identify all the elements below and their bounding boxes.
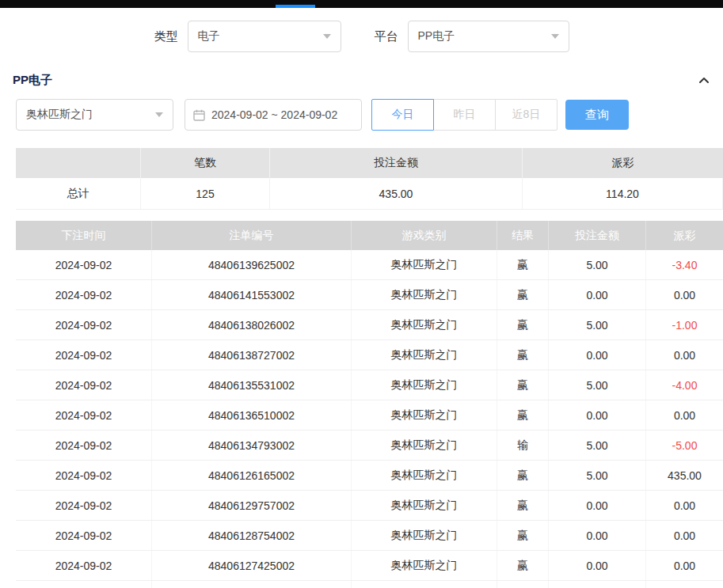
calendar-icon [193, 109, 205, 121]
search-button[interactable]: 查询 [565, 100, 629, 130]
column-header: 投注金额 [549, 221, 646, 250]
result-cell: 赢 [497, 400, 549, 430]
table-row: 2024-09-0248406138727002奥林匹斯之门赢0.000.00 [16, 340, 723, 370]
collapse-icon[interactable] [698, 74, 710, 87]
order-number-cell: 48406125316002 [152, 581, 352, 588]
game-name-cell: 奥林匹斯之门 [352, 491, 497, 520]
summary-total-label: 总计 [16, 178, 141, 209]
order-number-cell: 48406138727002 [152, 340, 352, 370]
table-row: 2024-09-0248406127425002奥林匹斯之门赢0.000.00 [16, 551, 723, 581]
type-select[interactable]: 电子 [188, 21, 341, 52]
summary-header-cell: 派彩 [523, 148, 723, 178]
result-cell: 赢 [497, 340, 549, 370]
payout-cell: -5.00 [646, 431, 723, 460]
summary-header-cell: 投注金额 [270, 148, 523, 178]
table-row: 2024-09-0248406141553002奥林匹斯之门赢0.000.00 [16, 280, 723, 310]
bet-date-cell: 2024-09-02 [16, 551, 152, 580]
column-header: 结果 [497, 221, 549, 250]
bet-amount-cell: 5.00 [549, 250, 646, 279]
bet-amount-cell: 5.00 [549, 310, 646, 340]
top-navbar [0, 0, 723, 8]
payout-cell: -4.00 [646, 370, 723, 400]
payout-cell: 0.00 [646, 280, 723, 309]
summary-header-cell [16, 148, 141, 178]
result-cell: 赢 [497, 461, 549, 490]
bet-amount-cell: 5.00 [549, 581, 646, 588]
platform-select[interactable]: PP电子 [408, 21, 569, 52]
quick-filter-button[interactable]: 今日 [371, 99, 434, 131]
bet-amount-cell: 0.00 [549, 400, 646, 430]
payout-cell: -1.00 [646, 310, 723, 340]
game-select-value: 奥林匹斯之门 [26, 108, 93, 122]
summary-value-cell: 114.20 [523, 178, 723, 209]
column-header: 派彩 [646, 221, 723, 250]
chevron-down-icon [323, 34, 331, 39]
bet-amount-cell: 0.00 [549, 340, 646, 370]
chevron-down-icon [551, 34, 559, 39]
order-number-cell: 48406141553002 [152, 280, 352, 309]
bets-table-body: 2024-09-0248406139625002奥林匹斯之门赢5.00-3.40… [16, 250, 723, 588]
game-name-cell: 奥林匹斯之门 [352, 431, 497, 460]
bet-amount-cell: 0.00 [549, 280, 646, 309]
payout-cell: -3.40 [646, 250, 723, 279]
order-number-cell: 48406139625002 [152, 250, 352, 279]
platform-select-value: PP电子 [418, 29, 455, 44]
order-number-cell: 48406136510002 [152, 400, 352, 430]
summary-value-cell: 435.00 [270, 178, 523, 209]
bet-date-cell: 2024-09-02 [16, 370, 152, 400]
game-name-cell: 奥林匹斯之门 [352, 551, 497, 580]
order-number-cell: 48406129757002 [152, 491, 352, 520]
table-row: 2024-09-0248406134793002奥林匹斯之门输5.00-5.00 [16, 431, 723, 461]
column-header: 游戏类别 [352, 221, 497, 250]
bet-date-cell: 2024-09-02 [16, 521, 152, 550]
game-select[interactable]: 奥林匹斯之门 [16, 99, 173, 131]
result-cell: 输 [497, 431, 549, 460]
summary-header-cell: 笔数 [141, 148, 270, 178]
table-row: 2024-09-0248406138026002奥林匹斯之门赢5.00-1.00 [16, 310, 723, 340]
quick-filter-button[interactable]: 昨日 [433, 99, 496, 131]
section-header: PP电子 [0, 63, 723, 99]
order-number-cell: 48406138026002 [152, 310, 352, 340]
summary-total-row: 总计125435.00114.20 [16, 178, 723, 210]
date-range-input[interactable]: 2024-09-02 ~ 2024-09-02 [185, 99, 362, 131]
payout-cell: 0.00 [646, 340, 723, 370]
result-cell: 赢 [497, 280, 549, 309]
result-cell: 赢 [497, 491, 549, 520]
section-title: PP电子 [13, 73, 52, 88]
game-name-cell: 奥林匹斯之门 [352, 461, 497, 490]
bet-amount-cell: 0.00 [549, 551, 646, 580]
result-cell: 赢 [497, 551, 549, 580]
result-cell: 赢 [497, 370, 549, 400]
bets-table: 下注时间注单编号游戏类别结果投注金额派彩 2024-09-02484061396… [16, 221, 723, 588]
bet-date-cell: 2024-09-02 [16, 340, 152, 370]
payout-cell: 0.00 [646, 551, 723, 580]
game-name-cell: 奥林匹斯之门 [352, 521, 497, 550]
bet-date-cell: 2024-09-02 [16, 400, 152, 430]
order-number-cell: 48406134793002 [152, 431, 352, 460]
quick-filter-button[interactable]: 近8日 [495, 99, 557, 131]
type-label: 类型 [154, 29, 178, 44]
bet-date-cell: 2024-09-02 [16, 310, 152, 340]
payout-cell: 0.00 [646, 521, 723, 550]
order-number-cell: 48406126165002 [152, 461, 352, 490]
table-row: 2024-09-0248406126165002奥林匹斯之门赢5.00435.0… [16, 461, 723, 491]
game-name-cell: 奥林匹斯之门 [352, 280, 497, 309]
bet-date-cell: 2024-09-02 [16, 581, 152, 588]
platform-label: 平台 [375, 29, 398, 44]
column-header: 注单编号 [152, 221, 352, 250]
game-name-cell: 奥林匹斯之门 [352, 370, 497, 400]
date-range-value: 2024-09-02 ~ 2024-09-02 [211, 108, 337, 121]
bets-header-row: 下注时间注单编号游戏类别结果投注金额派彩 [16, 221, 723, 250]
table-row: 2024-09-0248406135531002奥林匹斯之门赢5.00-4.00 [16, 370, 723, 400]
chevron-down-icon [155, 112, 163, 117]
payout-cell: 0.00 [646, 400, 723, 430]
order-number-cell: 48406135531002 [152, 370, 352, 400]
bet-date-cell: 2024-09-02 [16, 461, 152, 490]
result-cell: 赢 [497, 521, 549, 550]
table-row: 2024-09-0248406136510002奥林匹斯之门赢0.000.00 [16, 400, 723, 431]
bet-date-cell: 2024-09-02 [16, 250, 152, 279]
table-row: 2024-09-0248406139625002奥林匹斯之门赢5.00-3.40 [16, 250, 723, 280]
game-name-cell: 奥林匹斯之门 [352, 250, 497, 279]
bet-date-cell: 2024-09-02 [16, 280, 152, 309]
result-cell: 赢 [497, 310, 549, 340]
